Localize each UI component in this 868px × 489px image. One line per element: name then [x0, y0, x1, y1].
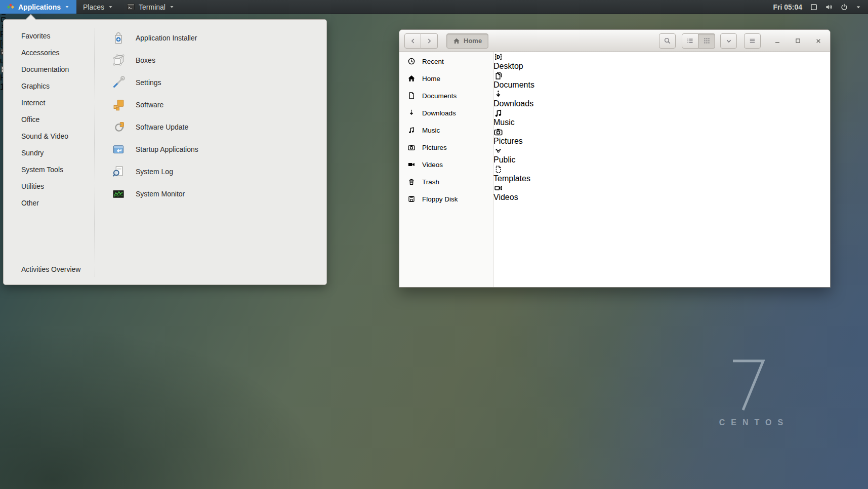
category-internet[interactable]: Internet	[4, 94, 95, 111]
folder-public[interactable]: Public	[493, 146, 534, 165]
terminal-appmenu-label: Terminal	[139, 3, 166, 11]
folder-icon	[493, 183, 534, 193]
startup-applications-icon	[111, 142, 126, 157]
menu-item-boxes[interactable]: Boxes	[95, 49, 323, 71]
folder-icon	[493, 90, 534, 99]
applications-label: Applications	[18, 3, 61, 11]
centos-brand-watermark: CENTOS	[711, 418, 792, 427]
folder-icon	[493, 52, 534, 62]
category-list: Favorites Accessories Documentation Grap…	[4, 27, 95, 211]
menu-item-system-log[interactable]: System Log	[95, 160, 323, 183]
film-emblem	[493, 183, 503, 193]
maximize-icon[interactable]	[795, 37, 801, 44]
category-sundry[interactable]: Sundry	[4, 144, 95, 161]
category-accessories[interactable]: Accessories	[4, 44, 95, 61]
camera-emblem	[493, 127, 503, 137]
folder-music[interactable]: Music	[493, 108, 534, 127]
menu-icon	[749, 37, 756, 45]
view-options-button[interactable]	[720, 33, 737, 49]
terminal-appmenu-button[interactable]: Terminal	[120, 0, 181, 14]
share-emblem	[493, 146, 503, 155]
sidebar-item-videos[interactable]: Videos	[399, 156, 493, 173]
video-icon	[407, 160, 416, 169]
back-button[interactable]	[404, 33, 421, 49]
sidebar-item-home[interactable]: Home	[399, 70, 493, 87]
activities-overview-link[interactable]: Activities Overview	[21, 265, 80, 273]
menu-item-system-monitor[interactable]: System Monitor	[95, 183, 323, 205]
folder-icon	[493, 165, 534, 174]
places-label: Places	[83, 3, 104, 11]
location-home-button[interactable]: Home	[446, 33, 488, 49]
chevron-down-icon	[64, 4, 70, 10]
folder-templates[interactable]: Templates	[493, 165, 534, 183]
home-icon	[453, 37, 460, 45]
category-favorites[interactable]: Favorites	[4, 27, 95, 44]
application-installer-icon	[111, 30, 126, 46]
category-utilities[interactable]: Utilities	[4, 178, 95, 194]
forward-button[interactable]	[421, 33, 438, 49]
category-graphics[interactable]: Graphics	[4, 77, 95, 94]
list-view-icon	[686, 37, 694, 45]
folder-icon	[493, 127, 534, 137]
software-icon	[111, 97, 126, 112]
terminal-icon	[127, 3, 135, 11]
music-emblem	[493, 108, 503, 118]
grid-view-button[interactable]	[698, 33, 715, 49]
menu-item-software-update[interactable]: Software Update	[95, 116, 323, 138]
download-emblem	[493, 90, 503, 99]
applications-menu-panel: Favorites Accessories Documentation Grap…	[3, 19, 327, 285]
close-icon[interactable]	[815, 37, 822, 45]
folder-downloads[interactable]: Downloads	[493, 90, 534, 108]
menu-item-application-installer[interactable]: Application Installer	[95, 27, 323, 49]
desktop-emblem	[493, 52, 503, 62]
category-documentation[interactable]: Documentation	[4, 61, 95, 77]
sidebar-item-downloads[interactable]: Downloads	[399, 104, 493, 121]
category-other[interactable]: Other	[4, 194, 95, 211]
folder-desktop[interactable]: Desktop	[493, 52, 534, 71]
files-headerbar[interactable]: Home	[399, 30, 830, 52]
window-menu-button[interactable]	[744, 33, 761, 49]
applications-menu-button[interactable]: Applications	[0, 0, 76, 14]
software-update-icon	[111, 119, 126, 135]
folder-documents[interactable]: Documents	[493, 71, 534, 90]
sidebar-item-trash[interactable]: Trash	[399, 173, 493, 190]
clock[interactable]: Fri 05:04	[773, 3, 802, 11]
power-icon[interactable]	[840, 3, 848, 11]
location-label: Home	[464, 37, 482, 45]
places-menu-button[interactable]: Places	[76, 0, 120, 14]
search-icon	[664, 37, 671, 45]
home-icon	[407, 74, 416, 83]
category-sound-video[interactable]: Sound & Video	[4, 128, 95, 144]
pages-emblem	[493, 71, 503, 80]
category-system-tools[interactable]: System Tools	[4, 161, 95, 178]
download-icon	[407, 109, 416, 117]
document-icon	[407, 92, 416, 100]
minimize-icon[interactable]	[774, 37, 781, 45]
chevron-down-icon[interactable]	[855, 4, 861, 10]
sidebar-item-pictures[interactable]: Pictures	[399, 139, 493, 156]
floppy-icon	[407, 195, 416, 203]
sidebar-item-floppy-disk[interactable]: Floppy Disk	[399, 190, 493, 208]
sidebar-item-music[interactable]: Music	[399, 121, 493, 139]
trash-icon	[407, 178, 416, 186]
folder-pictures[interactable]: Pictures	[493, 127, 534, 146]
folder-icon	[493, 146, 534, 155]
menu-item-software[interactable]: Software	[95, 94, 323, 116]
applications-icon	[7, 3, 15, 11]
menu-item-settings[interactable]: Settings	[95, 71, 323, 94]
sidebar-item-documents[interactable]: Documents	[399, 87, 493, 104]
settings-icon	[111, 75, 126, 90]
volume-icon[interactable]	[825, 3, 833, 11]
sidebar-item-recent[interactable]: Recent	[399, 53, 493, 70]
list-view-button[interactable]	[682, 33, 698, 49]
back-icon	[409, 37, 417, 45]
search-button[interactable]	[659, 33, 676, 49]
menu-item-startup-applications[interactable]: Startup Applications	[95, 138, 323, 160]
chevron-down-icon	[725, 37, 732, 45]
display-icon[interactable]	[810, 3, 818, 11]
category-office[interactable]: Office	[4, 111, 95, 128]
centos-7-watermark	[731, 357, 770, 412]
folder-icon	[493, 108, 534, 118]
folder-videos[interactable]: Videos	[493, 183, 534, 202]
desktop: CENTOS Applications Places Terminal Fri …	[0, 0, 868, 489]
